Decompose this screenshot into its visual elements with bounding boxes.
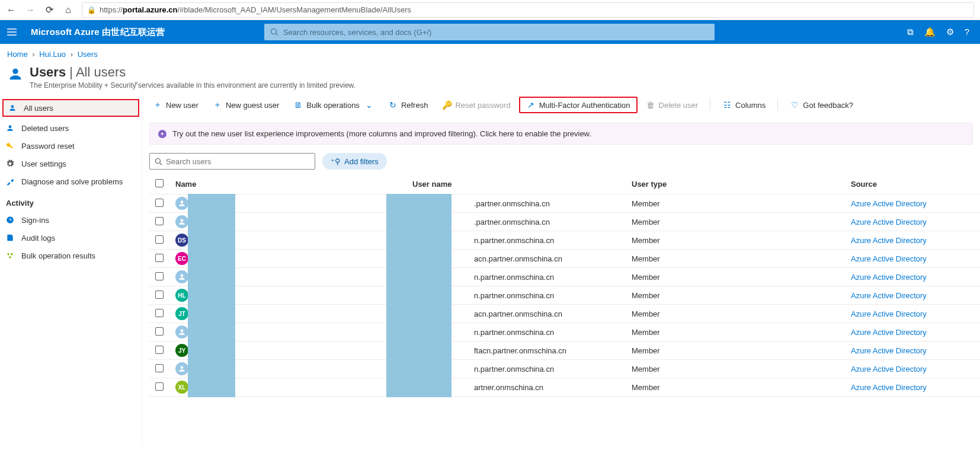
source-link[interactable]: Azure Active Directory (851, 346, 927, 355)
global-search-input[interactable] (283, 28, 709, 37)
source-link[interactable]: Azure Active Directory (851, 236, 927, 245)
sidebar-item-password-reset[interactable]: Password reset (0, 137, 142, 155)
sidebar-item-audit-logs[interactable]: Audit logs (0, 229, 142, 247)
refresh-icon[interactable]: ⟳ (44, 4, 55, 15)
col-username[interactable]: User name (406, 174, 626, 194)
row-checkbox[interactable] (155, 272, 164, 280)
breadcrumb: Home › Hui.Luo › Users (0, 44, 980, 65)
new-guest-user-button[interactable]: ＋New guest user (207, 96, 285, 114)
source-link[interactable]: Azure Active Directory (851, 291, 927, 300)
username-value: acn.partner.onmschina.cn (474, 254, 562, 263)
redaction-name-column (188, 194, 235, 397)
back-icon[interactable]: ← (6, 5, 17, 15)
content-area: ＋New user ＋New guest user 🗎Bulk operatio… (142, 92, 980, 445)
table-row[interactable]: XL xxxxxxxxxxxxxxxxartner.onmschina.cn M… (149, 378, 980, 397)
table-row[interactable]: xxxxxxxxxxxxxxxxn.partner.onmschina.cn M… (149, 360, 980, 378)
row-checkbox[interactable] (155, 309, 164, 317)
avatar (175, 325, 188, 339)
source-link[interactable]: Azure Active Directory (851, 383, 927, 392)
address-bar[interactable]: 🔒 https://portal.azure.cn/#blade/Microso… (82, 2, 974, 18)
chevron-down-icon: ⌄ (364, 100, 374, 110)
sidebar: « All usersDeleted usersPassword resetUs… (0, 92, 142, 445)
source-link[interactable]: Azure Active Directory (851, 199, 927, 208)
row-checkbox[interactable] (155, 382, 164, 391)
sidebar-item-label: Diagnose and solve problems (21, 177, 123, 186)
search-icon (270, 28, 278, 36)
settings-gear-icon[interactable]: ⚙ (946, 27, 954, 37)
avatar: EC (175, 252, 188, 265)
row-checkbox[interactable] (155, 291, 164, 299)
refresh-button[interactable]: ↻Refresh (382, 97, 434, 113)
table-row[interactable]: xxxxxxxxxxxxxxxx.partner.onmschina.cn Me… (149, 213, 980, 231)
col-source[interactable]: Source (845, 174, 980, 194)
table-row[interactable]: JY xxxxxxxxxxxxxxxxftacn.partner.onmschi… (149, 342, 980, 360)
bulk-operations-button[interactable]: 🗎Bulk operations⌄ (287, 97, 380, 113)
row-checkbox[interactable] (155, 199, 164, 207)
source-link[interactable]: Azure Active Directory (851, 254, 927, 263)
table-row[interactable]: xxxxxxxxxxxxxxxx.partner.onmschina.cn Me… (149, 194, 980, 213)
table-row[interactable]: DS xxxxxxxxxxxxxxxxn.partner.onmschina.c… (149, 231, 980, 250)
crumb-leaf[interactable]: Users (78, 50, 98, 59)
avatar: HL (175, 289, 188, 302)
row-checkbox[interactable] (155, 364, 164, 372)
username-value: ftacn.partner.onmschina.cn (474, 346, 566, 355)
sidebar-item-all-users[interactable]: All users (2, 99, 139, 117)
search-users-input[interactable] (166, 157, 310, 166)
home-icon[interactable]: ⌂ (63, 5, 73, 15)
notifications-icon[interactable]: 🔔 (924, 27, 936, 37)
help-icon[interactable]: ? (965, 27, 969, 37)
users-table: Name User name User type Source xxxxxxxx… (149, 174, 980, 397)
cloud-shell-icon[interactable]: ⧉ (907, 27, 914, 37)
sidebar-item-deleted-users[interactable]: Deleted users (0, 119, 142, 137)
usertype-value: Member (632, 291, 660, 300)
sidebar-item-user-settings[interactable]: User settings (0, 155, 142, 173)
source-link[interactable]: Azure Active Directory (851, 309, 927, 318)
search-users-box[interactable] (149, 153, 315, 170)
sidebar-item-label: Sign-ins (21, 216, 49, 225)
preview-banner[interactable]: ✦ Try out the new user list experience i… (149, 123, 973, 145)
sidebar-item-diagnose-and-solve-problems[interactable]: Diagnose and solve problems (0, 173, 142, 190)
row-checkbox[interactable] (155, 327, 164, 336)
table-row[interactable]: xxxxxxxxxxxxxxxxn.partner.onmschina.cn M… (149, 323, 980, 342)
col-name[interactable]: Name (169, 174, 406, 194)
key-icon (6, 142, 15, 150)
global-search[interactable] (264, 24, 715, 40)
new-user-button[interactable]: ＋New user (147, 96, 204, 114)
trash-icon: 🗑 (646, 100, 655, 110)
username-value: n.partner.onmschina.cn (474, 365, 554, 374)
command-bar: ＋New user ＋New guest user 🗎Bulk operatio… (142, 92, 980, 118)
hamburger-icon[interactable] (5, 25, 19, 39)
sidebar-item-sign-ins[interactable]: Sign-ins (0, 211, 142, 229)
row-checkbox[interactable] (155, 235, 164, 244)
usertype-value: Member (632, 346, 660, 355)
sidebar-item-bulk-operation-results[interactable]: Bulk operation results (0, 247, 142, 264)
feedback-button[interactable]: ♡Got feedback? (784, 97, 859, 113)
table-row[interactable]: HL xxxxxxxxxxxxxxxxn.partner.onmschina.c… (149, 286, 980, 305)
usertype-value: Member (632, 199, 660, 208)
col-usertype[interactable]: User type (626, 174, 845, 194)
source-link[interactable]: Azure Active Directory (851, 328, 927, 337)
table-row[interactable]: xxxxxxxxxxxxxxxxn.partner.onmschina.cn M… (149, 268, 980, 286)
crumb-tenant[interactable]: Hui.Luo (39, 50, 66, 59)
add-filters-button[interactable]: ⁺⚲ Add filters (322, 153, 387, 170)
table-row[interactable]: JT xxxxxxxxxxxxxxxxacn.partner.onmschina… (149, 305, 980, 323)
table-row[interactable]: EC xxxxxxxxxxxxxxxxacn.partner.onmschina… (149, 250, 980, 268)
row-checkbox[interactable] (155, 254, 164, 262)
columns-button[interactable]: ☷Columns (716, 97, 771, 113)
sidebar-group-activity: Activity (0, 190, 142, 211)
mfa-button[interactable]: ↗Multi-Factor Authentication (519, 97, 638, 113)
forward-icon[interactable]: → (25, 5, 36, 15)
usertype-value: Member (632, 218, 660, 226)
url-display: https://portal.azure.cn/#blade/Microsoft… (100, 5, 411, 14)
usertype-value: Member (632, 328, 660, 337)
source-link[interactable]: Azure Active Directory (851, 273, 927, 282)
collapse-sidebar-icon[interactable]: « (134, 79, 138, 86)
select-all-checkbox[interactable] (155, 179, 164, 187)
row-checkbox[interactable] (155, 346, 164, 354)
avatar: DS (175, 234, 188, 247)
source-link[interactable]: Azure Active Directory (851, 218, 927, 226)
crumb-home[interactable]: Home (7, 50, 28, 59)
source-link[interactable]: Azure Active Directory (851, 365, 927, 374)
usertype-value: Member (632, 309, 660, 318)
row-checkbox[interactable] (155, 217, 164, 225)
